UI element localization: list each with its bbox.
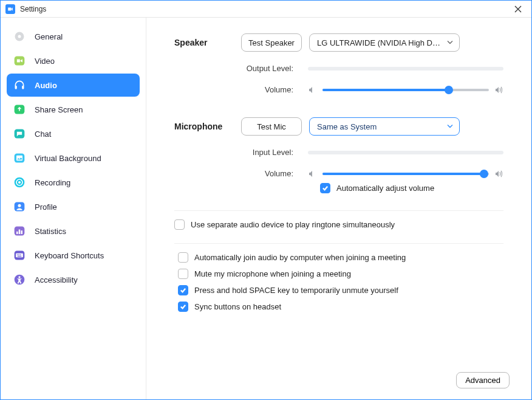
- speaker-heading: Speaker: [174, 38, 241, 47]
- auto-adjust-row: Automatically adjust volume: [320, 183, 503, 193]
- sidebar-item-label: Statistics: [35, 227, 66, 236]
- auto-adjust-label: Automatically adjust volume: [336, 184, 434, 193]
- option-checkbox-mute-mic[interactable]: [178, 269, 188, 279]
- option-label: Press and hold SPACE key to temporarily …: [194, 286, 398, 295]
- sidebar-item-label: Keyboard Shortcuts: [35, 251, 104, 260]
- option-checkbox-space-unmute[interactable]: [178, 285, 188, 295]
- option-label: Automatically join audio by computer whe…: [194, 253, 406, 262]
- sidebar-item-label: Accessibility: [35, 275, 78, 284]
- sidebar-item-recording[interactable]: Recording: [7, 171, 140, 194]
- svg-point-11: [18, 181, 21, 184]
- ringtone-checkbox[interactable]: [174, 219, 185, 230]
- sidebar: General Video Audio Share Screen: [1, 18, 146, 399]
- chat-icon: [13, 127, 26, 140]
- speaker-section: Speaker Test Speaker LG ULTRAWIDE (NVIDI…: [174, 33, 503, 117]
- share-screen-icon: [13, 103, 26, 116]
- sidebar-item-label: Share Screen: [35, 105, 83, 114]
- window-title: Settings: [20, 5, 46, 13]
- keyboard-icon: [13, 249, 26, 262]
- titlebar: Settings: [1, 1, 531, 18]
- option-row: Press and hold SPACE key to temporarily …: [178, 285, 503, 295]
- sidebar-item-accessibility[interactable]: Accessibility: [7, 268, 140, 291]
- ringtone-label: Use separate audio device to play ringto…: [191, 220, 395, 229]
- sidebar-item-virtual-background[interactable]: Virtual Background: [7, 147, 140, 170]
- auto-adjust-checkbox[interactable]: [320, 183, 330, 193]
- option-label: Mute my microphone when joining a meetin…: [194, 269, 351, 278]
- sidebar-item-audio[interactable]: Audio: [7, 74, 140, 97]
- app-icon: [5, 4, 15, 14]
- microphone-section: Microphone Test Mic Same as System Input…: [174, 117, 503, 211]
- input-level-meter: [308, 151, 503, 154]
- option-checkbox-sync-headset[interactable]: [178, 302, 188, 312]
- svg-point-25: [18, 276, 20, 278]
- microphone-device-select[interactable]: Same as System: [309, 117, 460, 136]
- svg-point-1: [18, 35, 21, 38]
- sidebar-item-label: General: [35, 32, 63, 41]
- microphone-device-value: Same as System: [317, 122, 377, 131]
- mic-volume-slider[interactable]: [322, 170, 489, 178]
- gear-icon: [13, 30, 26, 43]
- svg-rect-23: [18, 256, 22, 257]
- option-checkbox-auto-join[interactable]: [178, 252, 188, 263]
- sidebar-item-label: Virtual Background: [35, 154, 101, 163]
- microphone-heading: Microphone: [174, 122, 241, 131]
- close-button[interactable]: [510, 1, 527, 18]
- mic-volume-label: Volume:: [174, 169, 302, 178]
- content-pane: Speaker Test Speaker LG ULTRAWIDE (NVIDI…: [146, 18, 531, 399]
- option-row: Automatically join audio by computer whe…: [178, 252, 503, 263]
- input-level-label: Input Level:: [174, 148, 302, 157]
- speaker-device-value: LG ULTRAWIDE (NVIDIA High Defi…: [317, 38, 442, 47]
- close-icon: [514, 5, 522, 13]
- ringtone-row: Use separate audio device to play ringto…: [174, 219, 503, 230]
- option-row: Mute my microphone when joining a meetin…: [178, 269, 503, 279]
- svg-rect-17: [21, 230, 23, 234]
- test-mic-button[interactable]: Test Mic: [241, 117, 302, 136]
- sidebar-item-keyboard-shortcuts[interactable]: Keyboard Shortcuts: [7, 244, 140, 267]
- sidebar-item-share-screen[interactable]: Share Screen: [7, 98, 140, 121]
- output-level-label: Output Level:: [174, 64, 302, 73]
- svg-rect-21: [18, 254, 19, 255]
- output-level-meter: [308, 67, 503, 71]
- volume-high-icon: [495, 86, 503, 94]
- sidebar-item-label: Profile: [35, 202, 57, 212]
- chevron-down-icon: [447, 122, 453, 131]
- svg-rect-3: [15, 86, 17, 89]
- svg-point-13: [18, 204, 21, 207]
- sidebar-item-label: Recording: [35, 178, 70, 187]
- svg-rect-8: [16, 156, 22, 160]
- ringtone-section: Use separate audio device to play ringto…: [174, 219, 503, 244]
- options-section: Automatically join audio by computer whe…: [174, 252, 503, 312]
- sidebar-item-label: Video: [35, 57, 55, 66]
- speaker-volume-slider[interactable]: [322, 86, 489, 94]
- svg-rect-15: [16, 232, 18, 234]
- sidebar-item-chat[interactable]: Chat: [7, 122, 140, 145]
- profile-icon: [13, 200, 26, 213]
- volume-low-icon: [308, 170, 316, 178]
- svg-rect-16: [19, 230, 21, 235]
- recording-icon: [13, 176, 26, 189]
- sidebar-item-profile[interactable]: Profile: [7, 195, 140, 218]
- volume-high-icon: [495, 170, 503, 178]
- option-label: Sync buttons on headset: [194, 302, 281, 311]
- sidebar-item-general[interactable]: General: [7, 25, 140, 48]
- sidebar-item-label: Audio: [35, 81, 57, 90]
- test-speaker-button[interactable]: Test Speaker: [241, 33, 302, 52]
- svg-rect-4: [22, 86, 24, 89]
- option-row: Sync buttons on headset: [178, 302, 503, 312]
- headphones-icon: [13, 78, 26, 92]
- speaker-volume-label: Volume:: [174, 85, 302, 94]
- chevron-down-icon: [447, 38, 453, 47]
- svg-rect-19: [16, 253, 23, 258]
- video-icon: [13, 54, 26, 67]
- accessibility-icon: [13, 273, 26, 286]
- sidebar-item-label: Chat: [35, 129, 51, 139]
- sidebar-item-statistics[interactable]: Statistics: [7, 219, 140, 243]
- sidebar-item-video[interactable]: Video: [7, 49, 140, 72]
- body: General Video Audio Share Screen: [1, 18, 531, 399]
- volume-low-icon: [308, 86, 316, 94]
- speaker-device-select[interactable]: LG ULTRAWIDE (NVIDIA High Defi…: [309, 33, 460, 52]
- advanced-button[interactable]: Advanced: [456, 372, 510, 388]
- statistics-icon: [13, 224, 26, 238]
- settings-window: Settings General Video: [0, 0, 532, 400]
- virtual-background-icon: [13, 151, 26, 165]
